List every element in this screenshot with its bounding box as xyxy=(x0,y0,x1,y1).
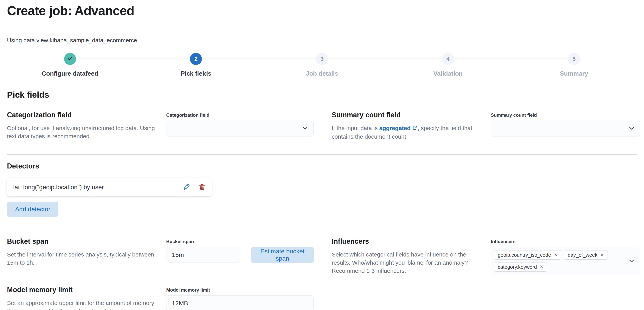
chip-remove-icon[interactable]: ✕ xyxy=(540,265,544,269)
step-circle[interactable]: 5 xyxy=(568,53,580,65)
bucket-span-form-block: Bucket span Estimate bucket span xyxy=(166,237,314,263)
step-pick-fields[interactable]: 2 Pick fields xyxy=(133,53,259,77)
influencer-chip: day_of_week ✕ xyxy=(564,250,608,260)
chip-remove-icon[interactable]: ✕ xyxy=(600,253,604,257)
bucket-span-description: Set the interval for time series analysi… xyxy=(7,251,156,267)
trash-icon xyxy=(199,183,206,191)
influencers-form-block: Influencers geoip.country_iso_code ✕ day… xyxy=(491,237,640,275)
step-label: Validation xyxy=(433,70,463,77)
model-memory-description: Set an approximate upper limit for the a… xyxy=(7,299,156,310)
categorization-field-label: Categorization field xyxy=(166,112,314,118)
influencer-chip: category.keyword ✕ xyxy=(494,262,547,272)
detector-actions xyxy=(183,183,206,191)
fields-row: Categorization field Optional, for use i… xyxy=(7,111,637,141)
categorization-description: Optional, for use if analyzing unstructu… xyxy=(7,124,156,140)
delete-detector-button[interactable] xyxy=(199,183,206,191)
step-job-details[interactable]: 3 Job details xyxy=(259,53,385,77)
summary-count-desc-prefix: If the input data is xyxy=(332,125,379,131)
create-job-advanced-page: Create job: Advanced Using data view kib… xyxy=(0,3,644,310)
bucket-span-controls: Estimate bucket span xyxy=(166,247,314,263)
divider xyxy=(7,154,637,155)
summary-count-form-block: Summary count field xyxy=(491,111,640,136)
model-memory-description-block: Model memory limit Set an approximate up… xyxy=(7,286,156,310)
chip-remove-icon[interactable]: ✕ xyxy=(554,253,558,257)
step-current-circle[interactable]: 2 xyxy=(190,53,202,65)
detectors-heading: Detectors xyxy=(7,162,637,170)
step-validation[interactable]: 4 Validation xyxy=(385,53,511,77)
data-view-text: Using data view kibana_sample_data_ecomm… xyxy=(7,37,637,44)
step-label: Job details xyxy=(306,70,338,77)
step-complete-circle[interactable] xyxy=(64,53,76,65)
chevron-down-icon xyxy=(628,125,635,132)
divider xyxy=(7,226,637,226)
wizard-stepper: Configure datafeed 2 Pick fields 3 Job d… xyxy=(7,53,637,77)
step-label: Summary xyxy=(560,70,588,77)
estimate-bucket-span-button[interactable]: Estimate bucket span xyxy=(251,247,314,263)
add-detector-button[interactable]: Add detector xyxy=(7,202,58,217)
bucket-span-description-block: Bucket span Set the interval for time se… xyxy=(7,237,156,267)
detectors-section: Detectors lat_long("geoip.location") by … xyxy=(7,162,637,217)
chip-label: geoip.country_iso_code xyxy=(498,252,551,258)
chevron-down-icon xyxy=(302,125,308,132)
bucket-span-input[interactable] xyxy=(166,247,240,263)
divider xyxy=(7,27,637,27)
summary-count-field-label: Summary count field xyxy=(491,112,640,118)
influencers-heading: Influencers xyxy=(332,237,475,246)
model-memory-row: Model memory limit Set an approximate up… xyxy=(7,286,637,310)
step-number: 5 xyxy=(572,56,576,62)
detector-card: lat_long("geoip.location") by user xyxy=(7,178,212,196)
summary-count-heading: Summary count field xyxy=(332,111,475,119)
step-label: Configure datafeed xyxy=(42,70,98,77)
chip-label: day_of_week xyxy=(568,252,598,258)
chevron-down-icon xyxy=(628,258,635,264)
model-memory-heading: Model memory limit xyxy=(7,286,156,294)
influencers-description: Select which categorical fields have inf… xyxy=(332,251,475,275)
step-summary[interactable]: 5 Summary xyxy=(511,53,637,77)
step-label: Pick fields xyxy=(180,70,211,77)
categorization-field-select[interactable] xyxy=(166,121,314,136)
bucket-influencers-row: Bucket span Set the interval for time se… xyxy=(7,237,637,275)
step-configure-datafeed[interactable]: Configure datafeed xyxy=(7,53,133,77)
step-number: 4 xyxy=(446,56,450,62)
bucket-span-heading: Bucket span xyxy=(7,237,156,246)
step-circle[interactable]: 3 xyxy=(316,53,328,65)
model-memory-input[interactable] xyxy=(166,296,314,310)
detector-expression: lat_long("geoip.location") by user xyxy=(13,184,104,191)
step-number: 3 xyxy=(320,56,324,62)
model-memory-label: Model memory limit xyxy=(166,287,314,293)
page-title: Create job: Advanced xyxy=(7,3,637,18)
influencer-chip: geoip.country_iso_code ✕ xyxy=(494,250,561,260)
chip-label: category.keyword xyxy=(498,264,537,270)
categorization-form-block: Categorization field xyxy=(166,111,314,136)
categorization-heading: Categorization field xyxy=(7,111,156,119)
external-link-icon xyxy=(412,124,418,133)
aggregated-link[interactable]: aggregated xyxy=(379,125,411,131)
influencers-label: Influencers xyxy=(491,239,640,244)
step-number: 2 xyxy=(194,56,198,62)
pencil-icon xyxy=(183,183,190,191)
step-circle[interactable]: 4 xyxy=(442,53,454,65)
influencers-description-block: Influencers Select which categorical fie… xyxy=(332,237,475,275)
summary-count-description: If the input data is aggregated, specify… xyxy=(332,124,475,141)
bucket-span-label: Bucket span xyxy=(166,239,314,244)
edit-detector-button[interactable] xyxy=(183,183,190,191)
summary-count-field-select[interactable] xyxy=(491,121,640,136)
influencers-combo-box[interactable]: geoip.country_iso_code ✕ day_of_week ✕ c… xyxy=(491,247,640,275)
model-memory-form-block: Model memory limit xyxy=(166,286,314,310)
section-title: Pick fields xyxy=(7,90,637,100)
summary-count-description-block: Summary count field If the input data is… xyxy=(332,111,475,141)
check-icon xyxy=(67,55,73,63)
categorization-description-block: Categorization field Optional, for use i… xyxy=(7,111,156,140)
